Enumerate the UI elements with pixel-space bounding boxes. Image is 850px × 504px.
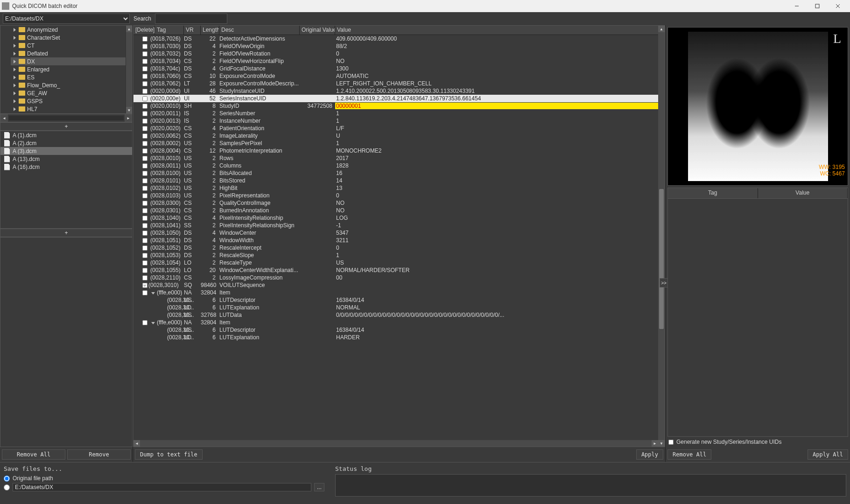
tag-row[interactable]: (0018,7060)CS10ExposureControlModeAUTOMA… — [133, 72, 658, 80]
collapse-icon[interactable] — [143, 285, 147, 287]
tree-item[interactable]: Deflated — [11, 49, 132, 57]
delete-checkbox[interactable] — [142, 290, 148, 295]
tree-hscroll[interactable]: ◄ ► — [0, 114, 133, 122]
scroll-down-icon[interactable]: ▼ — [658, 440, 665, 447]
scroll-right-icon[interactable]: ► — [125, 114, 132, 122]
tree-item[interactable]: CT — [11, 42, 132, 49]
right-remove-all-button[interactable]: Remove All — [667, 449, 711, 460]
remove-all-button[interactable]: Remove All — [2, 449, 65, 460]
file-item[interactable]: A (16).dcm — [0, 163, 132, 171]
tag-row[interactable]: (0028,1055)LO20WindowCenterWidthExplanat… — [133, 266, 658, 274]
expand-icon[interactable] — [14, 44, 16, 48]
delete-checkbox[interactable] — [142, 66, 148, 71]
tag-row[interactable]: (0028,30...US6LUTDescriptor16384/0/14 — [133, 296, 658, 304]
delete-checkbox[interactable] — [142, 126, 148, 131]
tag-row[interactable]: (0028,30...LO6LUTExplanationNORMAL — [133, 304, 658, 311]
expand-icon[interactable] — [14, 52, 16, 56]
tag-row[interactable]: (0028,1050)DS4WindowCenter5347 — [133, 229, 658, 237]
collapse-icon[interactable] — [151, 322, 155, 324]
delete-checkbox[interactable] — [142, 268, 148, 273]
save-original-radio[interactable]: Original file path — [4, 475, 328, 482]
scroll-right-icon[interactable]: ► — [652, 440, 658, 447]
th-delete[interactable]: [Delete] — [133, 26, 155, 35]
file-item[interactable]: A (2).dcm — [0, 139, 132, 147]
tag-row[interactable]: (0020,0010)SH8StudyID3477250800000001 — [133, 102, 658, 110]
file-list[interactable]: A (1).dcmA (2).dcmA (3).dcmA (13).dcmA (… — [0, 131, 133, 229]
tree-item[interactable]: Anonymized — [11, 26, 132, 34]
tag-row[interactable]: (0020,0020)CS4PatientOrientationL/F — [133, 125, 658, 132]
delete-checkbox[interactable] — [142, 141, 148, 146]
tag-row[interactable]: (0018,7030)DS4FieldOfViewOrigin88/2 — [133, 42, 658, 50]
tree-item[interactable]: Flow_Demo_ — [11, 81, 132, 89]
generate-uid-input[interactable] — [668, 440, 674, 445]
tag-row[interactable]: (0028,0011)US2Columns1828 — [133, 162, 658, 169]
add-folder-button[interactable]: + — [0, 122, 133, 131]
tag-row[interactable]: (0028,0004)CS12PhotometricInterpretation… — [133, 147, 658, 154]
tag-row[interactable]: (0018,7062)LT28ExposureControlModeDescri… — [133, 80, 658, 87]
delete-checkbox[interactable] — [142, 163, 148, 168]
delete-checkbox[interactable] — [142, 178, 148, 183]
path-select[interactable]: E:/Datasets/DX — [3, 14, 130, 24]
tag-row[interactable]: (0018,7034)CS2FieldOfViewHorizontalFlipN… — [133, 57, 658, 65]
tag-row[interactable]: (0020,0013)IS2InstanceNumber1 — [133, 117, 658, 125]
tag-row[interactable]: (0028,0010)US2Rows2017 — [133, 154, 658, 162]
tag-row[interactable]: (0028,0101)US2BitsStored14 — [133, 177, 658, 184]
delete-checkbox[interactable] — [142, 245, 148, 251]
delete-checkbox[interactable] — [142, 253, 148, 258]
expand-icon[interactable] — [14, 36, 16, 40]
tag-row[interactable]: (0018,7032)DS2FieldOfViewRotation0 — [133, 50, 658, 57]
th-vr[interactable]: VR — [184, 26, 201, 35]
scroll-left-icon[interactable]: ◄ — [0, 114, 8, 122]
tag-row[interactable]: (0020,0011)IS2SeriesNumber1 — [133, 110, 658, 117]
expand-button[interactable]: >> — [660, 278, 668, 287]
tag-row[interactable]: (fffe,e000)NA32804Item — [133, 289, 658, 296]
tag-row[interactable]: (fffe,e000)NA32804Item — [133, 319, 658, 326]
tag-hscroll[interactable]: ◄ ► — [133, 440, 658, 447]
file-item[interactable]: A (13).dcm — [0, 155, 132, 163]
hscroll-track[interactable] — [9, 116, 124, 120]
scroll-up-icon[interactable]: ▲ — [126, 26, 132, 32]
apply-all-button[interactable]: Apply All — [808, 449, 848, 460]
delete-checkbox[interactable] — [142, 59, 148, 64]
tree-item[interactable]: ES — [11, 73, 132, 81]
delete-checkbox[interactable] — [142, 36, 148, 42]
file-item[interactable]: A (3).dcm — [0, 147, 132, 155]
delete-checkbox[interactable] — [142, 74, 148, 79]
tag-row[interactable]: (0028,1040)CS4PixelIntensityRelationship… — [133, 214, 658, 222]
th-desc[interactable]: Desc — [219, 26, 300, 35]
delete-checkbox[interactable] — [142, 156, 148, 161]
expand-icon[interactable] — [14, 84, 16, 87]
maximize-button[interactable] — [807, 0, 828, 12]
delete-checkbox[interactable] — [142, 275, 148, 280]
delete-checkbox[interactable] — [142, 148, 148, 154]
tag-row[interactable]: (0028,1051)DS4WindowWidth3211 — [133, 237, 658, 244]
expand-icon[interactable] — [14, 91, 16, 95]
tag-row[interactable]: (0028,0100)US2BitsAllocated16 — [133, 169, 658, 177]
tag-row[interactable]: (0028,3010)SQ98460VOILUTSequence — [133, 281, 658, 289]
minimize-button[interactable] — [787, 0, 807, 12]
tree-item[interactable]: Enlarged — [11, 65, 132, 73]
tag-row[interactable]: (0028,1054)LO2RescaleTypeUS — [133, 259, 658, 266]
delete-checkbox[interactable] — [142, 119, 148, 124]
status-log[interactable] — [335, 474, 846, 497]
delete-checkbox[interactable] — [142, 51, 148, 56]
add-file-button[interactable]: + — [0, 229, 133, 237]
expand-icon[interactable] — [14, 28, 16, 32]
close-button[interactable] — [828, 0, 848, 12]
save-path-input[interactable] — [13, 483, 311, 491]
tree-scrollbar[interactable]: ▲ ▼ — [126, 26, 132, 113]
expand-icon[interactable] — [14, 68, 16, 71]
th-value[interactable]: Value — [335, 26, 665, 35]
folder-tree[interactable]: AnonymizedCharacterSetCTDeflatedDXEnlarg… — [0, 25, 133, 114]
delete-checkbox[interactable] — [142, 133, 148, 139]
tag-table-header[interactable]: [Delete] Tag VR Length Desc Original Val… — [133, 26, 665, 35]
tree-item[interactable]: DX — [11, 57, 132, 65]
apply-button[interactable]: Apply — [636, 449, 663, 460]
delete-checkbox[interactable] — [142, 320, 148, 325]
vscroll-thumb[interactable] — [659, 189, 664, 329]
th-tag[interactable]: Tag — [155, 26, 184, 35]
tag-row[interactable]: (0028,0103)US2PixelRepresentation0 — [133, 192, 658, 199]
tag-table[interactable]: [Delete] Tag VR Length Desc Original Val… — [133, 25, 665, 447]
tree-item[interactable]: GE_AW — [11, 89, 132, 97]
dump-button[interactable]: Dump to text file — [135, 449, 203, 460]
